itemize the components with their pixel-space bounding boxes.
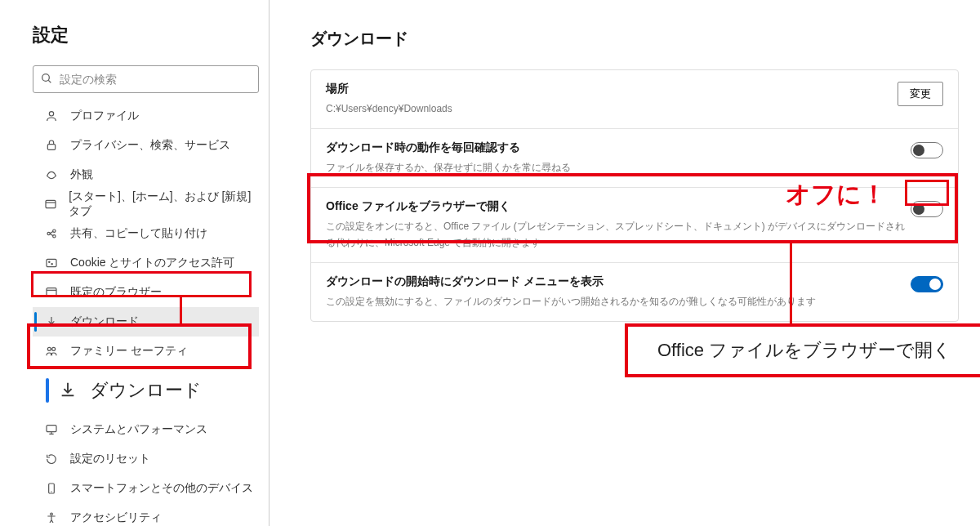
sidebar-item-profile[interactable]: プロファイル	[33, 101, 259, 131]
svg-rect-3	[47, 145, 55, 150]
accessibility-icon	[44, 510, 59, 525]
search-input[interactable]	[60, 73, 252, 86]
downloads-card: 場所 C:¥Users¥dency¥Downloads 変更 ダウンロード時の動…	[310, 69, 959, 322]
sidebar-item-downloads-large[interactable]: ダウンロード	[33, 371, 259, 410]
download-icon	[59, 381, 77, 401]
sidebar-title: 設定	[33, 23, 259, 47]
sidebar-item-label: Cookie とサイトのアクセス許可	[70, 256, 234, 270]
svg-rect-14	[47, 426, 56, 432]
system-icon	[44, 422, 59, 437]
ask-each-time-section: ダウンロード時の動作を毎回確認する ファイルを保存するか、保存せずに開くかを常に…	[311, 129, 958, 188]
default-browser-icon	[44, 285, 59, 300]
sidebar-item-label: アクセシビリティ	[70, 510, 162, 525]
show-menu-desc: この設定を無効にすると、ファイルのダウンロードがいつ開始されるかを知るのが難しく…	[326, 294, 816, 310]
sidebar-item-label: 外観	[70, 167, 93, 182]
annotation-callout-box: Office ファイルをブラウザーで開く	[625, 323, 980, 377]
sidebar-item-label: [スタート]、[ホーム]、および [新規] タブ	[69, 189, 256, 219]
sidebar-item-label: ダウンロード	[90, 378, 202, 403]
sidebar-item-label: プライバシー、検索、サービス	[70, 138, 230, 153]
sidebar-item-label: 設定のリセット	[70, 452, 150, 466]
change-location-button[interactable]: 変更	[898, 82, 943, 106]
sidebar-item-system[interactable]: システムとパフォーマンス	[33, 415, 259, 444]
download-icon	[44, 314, 59, 329]
settings-main-panel: ダウンロード 場所 C:¥Users¥dency¥Downloads 変更 ダウ…	[270, 0, 980, 526]
sidebar-item-cookies[interactable]: Cookie とサイトのアクセス許可	[33, 248, 259, 278]
sidebar-item-label: ダウンロード	[70, 314, 139, 329]
svg-rect-8	[47, 259, 56, 266]
svg-point-9	[49, 261, 50, 262]
sidebar-item-share[interactable]: 共有、コピーして貼り付け	[33, 219, 259, 248]
office-heading: Office ファイルをブラウザーで開く	[326, 199, 911, 214]
office-open-section: Office ファイルをブラウザーで開く この設定をオンにすると、Office …	[311, 188, 958, 262]
sidebar-item-reset[interactable]: 設定のリセット	[33, 444, 259, 474]
sidebar-item-phone[interactable]: スマートフォンとその他のデバイス	[33, 474, 259, 503]
svg-point-10	[51, 264, 52, 265]
svg-point-13	[52, 347, 56, 350]
show-menu-toggle[interactable]	[911, 276, 943, 292]
sidebar-item-accessibility[interactable]: アクセシビリティ	[33, 503, 259, 526]
svg-point-12	[47, 347, 51, 350]
office-desc: この設定をオンにすると、Office ファイル (プレゼンテーション、スプレッド…	[326, 219, 911, 250]
appearance-icon	[44, 167, 59, 182]
svg-rect-4	[46, 200, 56, 207]
sidebar-item-downloads[interactable]: ダウンロード	[33, 307, 259, 337]
office-open-toggle[interactable]	[911, 201, 943, 217]
cookie-icon	[44, 256, 59, 270]
svg-rect-11	[47, 288, 56, 296]
sidebar-item-tabs[interactable]: [スタート]、[ホーム]、および [新規] タブ	[33, 189, 259, 219]
phone-icon	[44, 481, 59, 496]
show-menu-heading: ダウンロードの開始時にダウンロード メニューを表示	[326, 274, 816, 289]
svg-line-1	[48, 80, 51, 82]
svg-point-16	[51, 513, 53, 515]
svg-point-5	[47, 232, 50, 234]
sidebar-item-label: 既定のブラウザー	[70, 285, 162, 300]
settings-search[interactable]	[33, 65, 259, 93]
svg-point-2	[49, 112, 53, 116]
profile-icon	[44, 109, 59, 123]
sidebar-item-label: 共有、コピーして貼り付け	[70, 226, 207, 241]
share-icon	[44, 226, 59, 241]
settings-sidebar: 設定 プロファイル プライバシー、検索、サービス	[0, 0, 270, 526]
sidebar-item-appearance[interactable]: 外観	[33, 160, 259, 189]
location-path: C:¥Users¥dency¥Downloads	[326, 101, 452, 117]
location-section: 場所 C:¥Users¥dency¥Downloads 変更	[311, 70, 958, 129]
ask-each-time-toggle[interactable]	[911, 142, 943, 158]
selection-indicator	[46, 378, 49, 403]
annotation-callout-text: Office ファイルをブラウザーで開く	[657, 340, 951, 360]
ask-desc: ファイルを保存するか、保存せずに開くかを常に尋ねる	[326, 160, 571, 176]
sidebar-item-family[interactable]: ファミリー セーフティ	[33, 337, 259, 366]
sidebar-item-label: プロファイル	[70, 109, 139, 123]
page-title: ダウンロード	[310, 28, 959, 50]
svg-point-0	[42, 74, 50, 81]
svg-point-7	[53, 235, 56, 238]
location-heading: 場所	[326, 82, 452, 96]
sidebar-item-privacy[interactable]: プライバシー、検索、サービス	[33, 131, 259, 160]
search-icon	[40, 72, 53, 87]
svg-point-6	[53, 230, 56, 232]
sidebar-item-label: スマートフォンとその他のデバイス	[70, 481, 253, 496]
show-menu-section: ダウンロードの開始時にダウンロード メニューを表示 この設定を無効にすると、ファ…	[311, 263, 958, 321]
tabs-icon	[44, 197, 57, 212]
ask-heading: ダウンロード時の動作を毎回確認する	[326, 140, 571, 155]
reset-icon	[44, 452, 59, 466]
sidebar-item-default-browser[interactable]: 既定のブラウザー	[33, 278, 259, 307]
sidebar-item-label: システムとパフォーマンス	[70, 422, 207, 437]
family-icon	[44, 344, 59, 359]
lock-icon	[44, 138, 59, 153]
sidebar-item-label: ファミリー セーフティ	[70, 344, 188, 359]
